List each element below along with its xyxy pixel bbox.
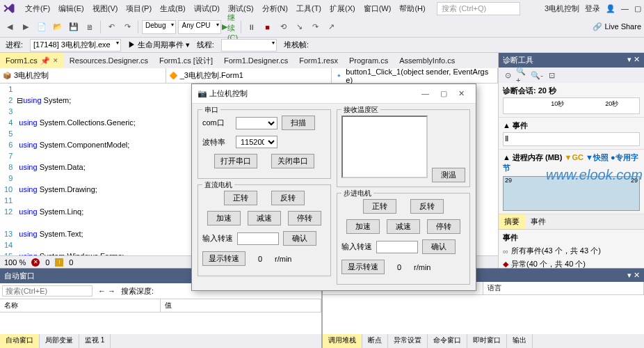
step-speed-input[interactable] — [376, 241, 418, 253]
tab-exceptions[interactable]: 异常设置 — [388, 334, 428, 348]
open-serial-button[interactable]: 打开串口 — [214, 154, 257, 168]
lifecycle-button[interactable]: ▶ 生命周期事件 ▾ — [128, 40, 190, 50]
tab-form1resx[interactable]: Form1.resx — [293, 53, 344, 68]
tab-breakpoints[interactable]: 断点 — [362, 334, 388, 348]
stepover-icon[interactable]: ↷ — [309, 20, 323, 34]
step-fwd-button[interactable]: 正转 — [363, 199, 396, 214]
nav-project[interactable]: 📦 3电机控制 — [0, 68, 166, 83]
tab-locals[interactable]: 局部变量 — [40, 334, 79, 348]
dlg-close-icon[interactable]: ✕ — [453, 89, 470, 97]
diag-record-icon[interactable]: ⊙ — [501, 69, 514, 81]
step-acc-button[interactable]: 加速 — [346, 219, 380, 234]
com-select[interactable] — [236, 117, 277, 129]
event-row[interactable]: ∞所有事件(43 个，共 43 个) — [503, 244, 640, 258]
stepout-icon[interactable]: ↗ — [325, 20, 339, 34]
menu-build[interactable]: 生成(B) — [156, 3, 190, 14]
menu-edit[interactable]: 编辑(E) — [54, 3, 88, 14]
step-rev-button[interactable]: 反转 — [410, 199, 444, 214]
baud-select[interactable]: 115200 — [236, 136, 277, 148]
undo-icon[interactable]: ↶ — [104, 20, 118, 34]
dc-stop-button[interactable]: 停转 — [288, 211, 321, 226]
open-icon[interactable]: 📂 — [51, 20, 65, 34]
forward-icon[interactable]: ▶ — [19, 20, 33, 34]
dlg-max-icon[interactable]: ▢ — [435, 89, 453, 97]
dc-fwd-button[interactable]: 正转 — [224, 191, 257, 205]
saveall-icon[interactable]: 🗎 — [83, 20, 97, 34]
menu-file[interactable]: 文件(F) — [21, 3, 54, 14]
diag-session: 诊断会话: 20 秒 — [503, 86, 640, 96]
tab-autos[interactable]: 自动窗口 — [0, 334, 40, 348]
diag-timeline[interactable]: 10秒 20秒 — [503, 97, 640, 114]
liveshare-button[interactable]: 🔗 Live Share — [593, 22, 641, 31]
diag-tab-summary[interactable]: 摘要 — [499, 214, 525, 229]
menu-debug[interactable]: 调试(D) — [190, 3, 224, 14]
menu-analyze[interactable]: 分析(N) — [258, 3, 292, 14]
nav-class[interactable]: 🔶 _3电机控制.Form1 — [166, 68, 332, 83]
tab-form1design[interactable]: Form1.cs [设计] — [154, 53, 218, 68]
dc-dec-button[interactable]: 减速 — [248, 211, 281, 226]
stop-icon[interactable]: ■ — [261, 20, 275, 34]
thread-combo[interactable] — [221, 39, 277, 52]
tab-assembly[interactable]: AssemblyInfo.cs — [394, 53, 460, 68]
save-icon[interactable]: 💾 — [67, 20, 81, 34]
step-confirm-button[interactable]: 确认 — [422, 239, 456, 254]
step-stop-button[interactable]: 停转 — [427, 219, 460, 234]
diag-tab-events[interactable]: 事件 — [525, 214, 552, 229]
tab-command[interactable]: 命令窗口 — [428, 334, 467, 348]
dc-speed-input[interactable] — [237, 232, 279, 245]
dc-show-button[interactable]: 显示转速 — [202, 251, 245, 266]
tab-program[interactable]: Program.cs — [344, 53, 394, 68]
step-dec-button[interactable]: 减速 — [387, 219, 420, 234]
panel-close-icon[interactable]: ▾ ✕ — [627, 55, 640, 65]
step-show-button[interactable]: 显示转速 — [341, 260, 385, 274]
zoom-level[interactable]: 100 % — [4, 258, 26, 267]
diag-zoomout-icon[interactable]: 🔍- — [531, 69, 543, 81]
auto-search-input[interactable] — [2, 285, 92, 296]
maximize-icon[interactable]: ▢ — [634, 4, 641, 13]
tab-immediate[interactable]: 即时窗口 — [467, 334, 507, 348]
dc-confirm-button[interactable]: 确认 — [283, 231, 316, 246]
redo-icon[interactable]: ↷ — [120, 20, 134, 34]
scan-button[interactable]: 扫描 — [282, 116, 315, 130]
restart-icon[interactable]: ⟲ — [277, 20, 291, 34]
dc-acc-button[interactable]: 加速 — [207, 211, 241, 226]
process-bar: 进程: [17148] 3电机控制.exe ▶ 生命周期事件 ▾ 线程: 堆栈帧… — [0, 38, 644, 53]
tab-resources[interactable]: Resources.Designer.cs — [64, 53, 154, 68]
menu-project[interactable]: 项目(P) — [122, 3, 156, 14]
close-serial-button[interactable]: 关闭串口 — [271, 154, 314, 168]
tab-form1designer[interactable]: Form1.Designer.cs — [218, 53, 293, 68]
thread-label: 线程: — [197, 40, 214, 50]
error-icon[interactable]: ✕ — [31, 258, 40, 267]
tab-form1cs[interactable]: Form1.cs📌✕ — [0, 53, 64, 68]
search-box[interactable]: 搜索 (Ctrl+Q) — [437, 2, 520, 15]
platform-combo[interactable]: Any CPU — [178, 20, 220, 34]
new-icon[interactable]: 📄 — [35, 20, 49, 34]
user-icon[interactable]: 👤 — [606, 4, 615, 13]
back-icon[interactable]: ◀ — [3, 20, 17, 34]
diag-reset-icon[interactable]: ⊡ — [545, 69, 558, 81]
stepinto-icon[interactable]: ↘ — [293, 20, 307, 34]
menu-window[interactable]: 窗口(W) — [360, 3, 396, 14]
menu-tools[interactable]: 工具(T) — [292, 3, 325, 14]
process-combo[interactable]: [17148] 3电机控制.exe — [30, 39, 121, 52]
diag-zoomin-icon[interactable]: 🔍+ — [516, 69, 529, 81]
tab-watch[interactable]: 监视 1 — [79, 334, 111, 348]
login-link[interactable]: 登录 — [585, 3, 600, 14]
pause-icon[interactable]: ⏸ — [245, 20, 259, 34]
menu-view[interactable]: 视图(V) — [88, 3, 122, 14]
close-icon[interactable]: ✕ — [53, 57, 58, 64]
menu-help[interactable]: 帮助(H) — [395, 3, 429, 14]
menu-extensions[interactable]: 扩展(X) — [325, 3, 360, 14]
memory-chart[interactable]: 29 29 — [503, 176, 640, 211]
dlg-min-icon[interactable]: — — [416, 89, 435, 97]
minimize-icon[interactable]: — — [621, 4, 629, 13]
pin-icon[interactable]: 📌 — [40, 56, 50, 65]
dc-rev-button[interactable]: 反转 — [271, 191, 305, 205]
tab-output[interactable]: 输出 — [507, 334, 533, 348]
continue-button[interactable]: ▶ 继续(C) — [223, 20, 237, 34]
warning-icon[interactable]: ! — [55, 258, 63, 267]
config-combo[interactable]: Debug — [142, 20, 176, 34]
measure-button[interactable]: 测温 — [432, 168, 465, 182]
nav-member[interactable]: 🔹 button1_Click_1(object sender, EventAr… — [332, 68, 498, 83]
tab-callstack[interactable]: 调用堆栈 — [323, 334, 362, 348]
